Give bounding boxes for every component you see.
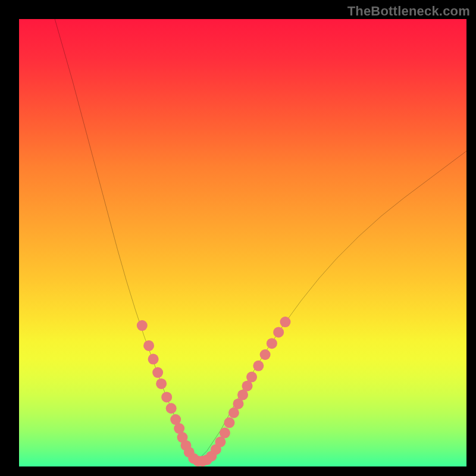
marker-dot xyxy=(152,367,163,378)
marker-dot xyxy=(143,340,154,351)
marker-dot xyxy=(137,320,148,331)
marker-dot xyxy=(220,428,230,439)
marker-dot xyxy=(161,392,172,402)
curve-left-branch xyxy=(55,19,196,462)
marker-dot xyxy=(253,361,264,371)
marker-dot xyxy=(148,354,159,365)
marker-dot xyxy=(273,327,284,337)
marker-group xyxy=(137,317,291,466)
marker-dot xyxy=(260,349,271,360)
marker-dot xyxy=(246,372,257,383)
marker-dot xyxy=(166,403,177,414)
marker-dot xyxy=(224,417,234,428)
watermark-text: TheBottleneck.com xyxy=(347,4,470,19)
plot-area xyxy=(19,19,466,466)
marker-dot xyxy=(267,338,277,349)
chart-frame: TheBottleneck.com xyxy=(0,0,476,476)
marker-dot xyxy=(280,317,290,327)
marker-dot xyxy=(156,378,167,389)
curve-overlay xyxy=(19,19,466,466)
